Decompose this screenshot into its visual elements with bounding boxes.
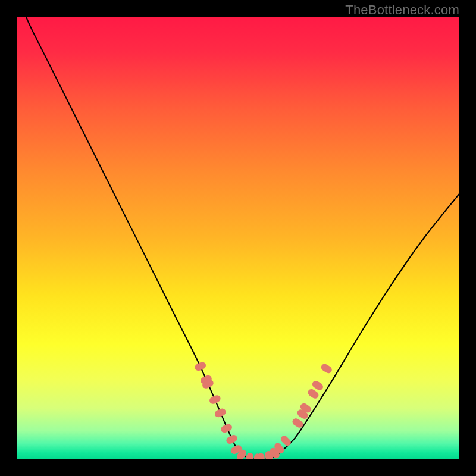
marker-dot bbox=[220, 423, 233, 434]
marker-dot bbox=[214, 408, 227, 419]
plot-area bbox=[17, 17, 459, 459]
data-markers bbox=[194, 361, 334, 459]
marker-dot bbox=[225, 434, 239, 445]
marker-dot bbox=[194, 361, 208, 372]
chart-frame: TheBottleneck.com bbox=[0, 0, 476, 476]
bottleneck-curve bbox=[17, 17, 459, 459]
chart-svg bbox=[17, 17, 459, 459]
watermark-text: TheBottleneck.com bbox=[345, 2, 459, 18]
marker-dot bbox=[208, 394, 222, 405]
marker-dot bbox=[320, 362, 333, 374]
